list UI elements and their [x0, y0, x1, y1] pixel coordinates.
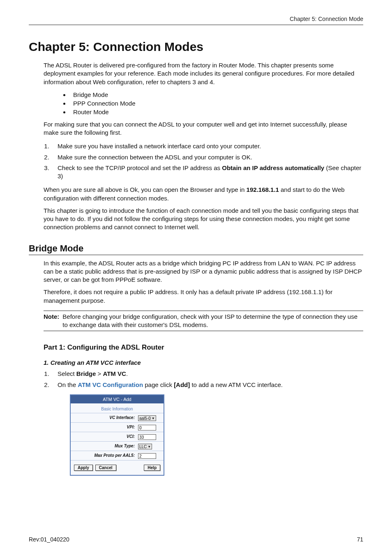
bridge-p1: In this example, the ADSL Router acts as…: [44, 259, 363, 284]
ip-address: 192.168.1.1: [247, 186, 279, 193]
select-value: LLC: [139, 444, 147, 449]
list-item: Select Bridge > ATM VC.: [51, 368, 363, 379]
cancel-button[interactable]: Cancel: [95, 465, 116, 471]
row-vc-interface: VC Interface: aal5-0 ▼: [71, 413, 164, 423]
label: VC Interface:: [73, 415, 138, 420]
dialog-footer: Apply Cancel Help: [71, 461, 164, 475]
vc-interface-select[interactable]: aal5-0 ▼: [138, 415, 156, 421]
label: Mux Type:: [73, 444, 138, 448]
label: Max Proto per AAL5:: [73, 453, 138, 458]
help-button[interactable]: Help: [144, 465, 160, 471]
text: When you are sure all above is Ok, you c…: [44, 186, 247, 193]
text: >: [96, 370, 103, 377]
note-text: Before changing your bridge configuratio…: [62, 313, 363, 329]
list-item: Bridge Mode: [70, 90, 363, 99]
apply-button[interactable]: Apply: [74, 465, 93, 471]
list-item: On the ATM VC Configuration page click […: [51, 380, 363, 390]
list-item: Make sure you have installed a network i…: [51, 141, 363, 152]
running-header: Chapter 5: Connection Mode: [29, 16, 363, 25]
mux-type-select[interactable]: LLC ▼: [138, 444, 152, 449]
vpi-input[interactable]: [138, 425, 156, 431]
connect-intro: For making sure that you can connect the…: [44, 120, 363, 137]
vci-input[interactable]: [138, 434, 156, 440]
list-item: Check to see the TCP/IP protocol and set…: [51, 163, 363, 182]
chevron-down-icon: ▼: [148, 445, 151, 449]
list-item: Router Mode: [70, 108, 363, 116]
chapter-closing: This chapter is going to introduce the f…: [44, 207, 363, 232]
bridge-p2: Therefore, it does not require a public …: [44, 288, 363, 305]
page-footer: Rev:01_040220 71: [29, 536, 363, 543]
sub-title: 1. Creating an ATM VCC interface: [44, 359, 363, 366]
row-vci: VCI:: [71, 432, 164, 442]
row-mux-type: Mux Type: LLC ▼: [71, 442, 164, 451]
text: .: [126, 370, 128, 377]
bold-text: ATM VC: [103, 370, 126, 377]
prereq-steps: Make sure you have installed a network i…: [44, 141, 363, 182]
note-label: Note:: [44, 313, 59, 329]
text: Check to see the TCP/IP protocol and set…: [58, 164, 222, 171]
label: VCI:: [73, 434, 138, 439]
max-proto-input[interactable]: [138, 453, 156, 459]
text: On the: [58, 381, 78, 388]
part1-title: Part 1: Configuring the ADSL Router: [44, 343, 363, 352]
chapter-title: Chapter 5: Connection Modes: [29, 40, 363, 54]
text: Select: [58, 370, 76, 377]
label: VPI:: [73, 425, 138, 429]
dialog-title: ATM VC - Add: [71, 395, 164, 403]
chevron-down-icon: ▼: [152, 417, 155, 420]
modes-list: Bridge Mode PPP Connection Mode Router M…: [44, 90, 363, 116]
row-vpi: VPI:: [71, 423, 164, 432]
bold-text: Obtain an IP address automatically: [222, 164, 324, 171]
atm-vc-add-dialog: ATM VC - Add Basic Information VC Interf…: [70, 394, 164, 476]
select-value: aal5-0: [139, 416, 151, 421]
browser-paragraph: When you are sure all above is Ok, you c…: [44, 186, 363, 203]
bold-text: Bridge: [76, 370, 96, 377]
row-max-proto: Max Proto per AAL5:: [71, 451, 164, 461]
bridge-mode-title: Bridge Mode: [29, 243, 363, 255]
revision-label: Rev:01_040220: [29, 536, 69, 543]
list-item: Make sure the connection between the ADS…: [51, 152, 363, 163]
note-block: Note: Before changing your bridge config…: [44, 311, 363, 332]
text: page click: [143, 381, 174, 388]
dialog-section-header: Basic Information: [71, 403, 164, 413]
text: to add a new ATM VCC interface.: [190, 381, 283, 388]
configure-steps: Select Bridge > ATM VC. On the ATM VC Co…: [44, 368, 363, 390]
bold-text: [Add]: [174, 381, 190, 388]
link-text: ATM VC Configuration: [78, 381, 143, 388]
page-number: 71: [357, 536, 363, 543]
list-item: PPP Connection Mode: [70, 99, 363, 108]
chapter-intro: The ADSL Router is delivered pre-configu…: [44, 61, 363, 86]
